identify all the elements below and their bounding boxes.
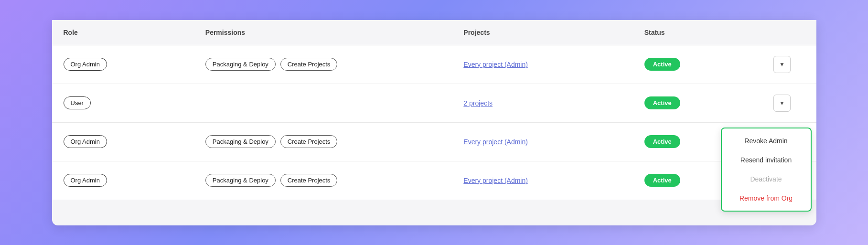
status-column-header: Status [633,20,762,45]
dropdown-button[interactable]: ▼ [773,95,791,112]
project-link[interactable]: Every project (Admin) [463,177,528,184]
resend-invitation-menu-item[interactable]: Resend invitation [722,150,811,170]
role-cell: Org Admin [52,122,194,161]
table-row: Org Admin Packaging & Deploy Create Proj… [52,122,816,161]
project-link[interactable]: Every project (Admin) [463,138,528,146]
table-header-row: Role Permissions Projects Status [52,20,816,45]
project-link[interactable]: 2 projects [463,99,493,107]
permission-badge-create-projects: Create Projects [280,174,338,187]
remove-from-org-menu-item[interactable]: Remove from Org [722,189,811,208]
status-badge: Active [644,174,680,187]
projects-cell: Every project (Admin) [452,122,632,161]
permissions-cell [194,84,452,122]
permission-badge-create-projects: Create Projects [280,58,338,71]
dropdown-button[interactable]: ▼ [773,56,791,73]
permissions-cell: Packaging & Deploy Create Projects [194,122,452,161]
status-badge: Active [644,58,680,71]
role-badge: Org Admin [64,58,107,71]
role-cell: User [52,84,194,122]
permissions-cell: Packaging & Deploy Create Projects [194,161,452,200]
members-table-container: Role Permissions Projects Status Org Adm… [52,20,816,225]
table-row: Org Admin Packaging & Deploy Create Proj… [52,45,816,84]
role-badge: User [64,96,91,109]
status-badge: Active [644,135,680,148]
actions-column-header [762,20,816,45]
actions-cell: ▼ [762,84,816,122]
revoke-admin-menu-item[interactable]: Revoke Admin [722,131,811,150]
chevron-down-icon: ▼ [779,61,785,68]
projects-cell: Every project (Admin) [452,161,632,200]
members-table: Role Permissions Projects Status Org Adm… [52,20,816,200]
projects-cell: 2 projects [452,84,632,122]
permission-badge-packaging: Packaging & Deploy [205,135,276,148]
status-badge: Active [644,96,680,109]
status-cell: Active [633,84,762,122]
status-cell: Active [633,45,762,84]
table-row: User 2 projects Active ▼ [52,84,816,122]
table-row: Org Admin Packaging & Deploy Create Proj… [52,161,816,200]
projects-column-header: Projects [452,20,632,45]
role-badge: Org Admin [64,135,107,148]
role-cell: Org Admin [52,45,194,84]
project-link[interactable]: Every project (Admin) [463,61,528,68]
role-cell: Org Admin [52,161,194,200]
permission-badge-packaging: Packaging & Deploy [205,174,276,187]
role-column-header: Role [52,20,194,45]
projects-cell: Every project (Admin) [452,45,632,84]
permission-badge-packaging: Packaging & Deploy [205,58,276,71]
permission-badge-create-projects: Create Projects [280,135,338,148]
permissions-column-header: Permissions [194,20,452,45]
deactivate-menu-item[interactable]: Deactivate [722,170,811,189]
actions-cell: ▼ Revoke Admin Resend invitation Deactiv… [762,122,816,161]
actions-cell: ▼ [762,45,816,84]
permissions-cell: Packaging & Deploy Create Projects [194,45,452,84]
chevron-down-icon: ▼ [779,100,785,107]
role-badge: Org Admin [64,174,107,187]
dropdown-menu: Revoke Admin Resend invitation Deactivat… [721,128,812,212]
